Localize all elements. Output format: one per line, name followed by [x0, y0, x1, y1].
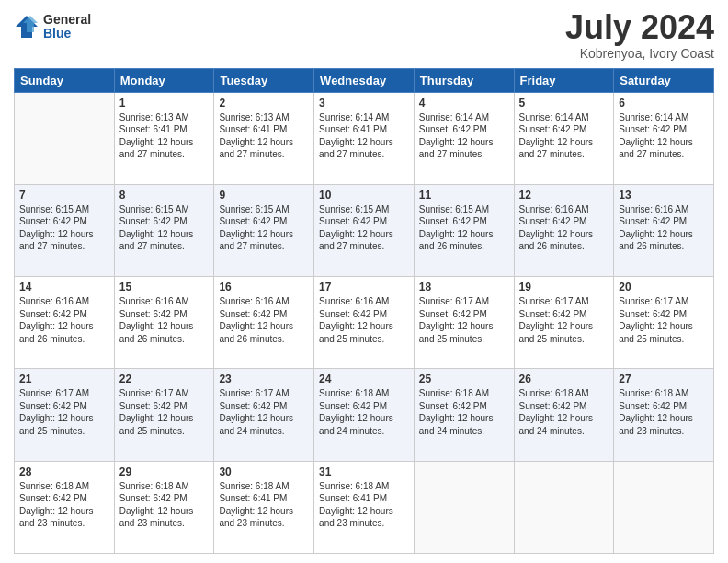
- table-row: 24Sunrise: 6:18 AM Sunset: 6:42 PM Dayli…: [314, 369, 415, 461]
- col-monday: Monday: [114, 68, 214, 92]
- day-number: 13: [619, 189, 709, 201]
- table-row: 3Sunrise: 6:14 AM Sunset: 6:41 PM Daylig…: [314, 92, 415, 184]
- cell-info: Sunrise: 6:15 AM Sunset: 6:42 PM Dayligh…: [419, 203, 509, 253]
- table-row: 16Sunrise: 6:16 AM Sunset: 6:42 PM Dayli…: [214, 277, 314, 369]
- day-number: 30: [219, 465, 309, 478]
- col-tuesday: Tuesday: [214, 68, 314, 92]
- table-row: 23Sunrise: 6:17 AM Sunset: 6:42 PM Dayli…: [214, 369, 314, 461]
- col-saturday: Saturday: [614, 68, 714, 92]
- table-row: 15Sunrise: 6:16 AM Sunset: 6:42 PM Dayli…: [114, 277, 214, 369]
- table-row: 8Sunrise: 6:15 AM Sunset: 6:42 PM Daylig…: [114, 184, 214, 276]
- day-number: 7: [19, 189, 109, 201]
- cell-info: Sunrise: 6:17 AM Sunset: 6:42 PM Dayligh…: [519, 295, 609, 345]
- table-row: 18Sunrise: 6:17 AM Sunset: 6:42 PM Dayli…: [414, 277, 514, 369]
- table-row: 1Sunrise: 6:13 AM Sunset: 6:41 PM Daylig…: [114, 92, 214, 184]
- day-number: 14: [19, 281, 109, 293]
- day-number: 28: [19, 465, 109, 478]
- calendar-week-row: 21Sunrise: 6:17 AM Sunset: 6:42 PM Dayli…: [15, 369, 714, 461]
- table-row: 9Sunrise: 6:15 AM Sunset: 6:42 PM Daylig…: [214, 184, 314, 276]
- day-number: 21: [19, 373, 109, 385]
- day-number: 6: [619, 97, 709, 109]
- cell-info: Sunrise: 6:17 AM Sunset: 6:42 PM Dayligh…: [119, 387, 210, 437]
- table-row: 2Sunrise: 6:13 AM Sunset: 6:41 PM Daylig…: [214, 92, 314, 184]
- cell-info: Sunrise: 6:18 AM Sunset: 6:42 PM Dayligh…: [319, 387, 409, 437]
- table-row: 17Sunrise: 6:16 AM Sunset: 6:42 PM Dayli…: [314, 277, 415, 369]
- table-row: 7Sunrise: 6:15 AM Sunset: 6:42 PM Daylig…: [15, 184, 115, 276]
- table-row: 29Sunrise: 6:18 AM Sunset: 6:42 PM Dayli…: [114, 461, 214, 553]
- day-number: 19: [519, 281, 609, 293]
- table-row: 30Sunrise: 6:18 AM Sunset: 6:41 PM Dayli…: [214, 461, 314, 553]
- location: Kobrenyoa, Ivory Coast: [565, 46, 714, 61]
- logo-icon: [14, 14, 40, 40]
- cell-info: Sunrise: 6:15 AM Sunset: 6:42 PM Dayligh…: [19, 203, 109, 253]
- day-number: 1: [119, 97, 210, 109]
- day-number: 25: [419, 373, 509, 385]
- table-row: 26Sunrise: 6:18 AM Sunset: 6:42 PM Dayli…: [514, 369, 614, 461]
- cell-info: Sunrise: 6:13 AM Sunset: 6:41 PM Dayligh…: [119, 111, 210, 161]
- day-number: 20: [619, 281, 709, 293]
- table-row: 31Sunrise: 6:18 AM Sunset: 6:41 PM Dayli…: [314, 461, 415, 553]
- cell-info: Sunrise: 6:16 AM Sunset: 6:42 PM Dayligh…: [219, 295, 309, 345]
- cell-info: Sunrise: 6:18 AM Sunset: 6:42 PM Dayligh…: [119, 480, 210, 530]
- day-number: 29: [119, 465, 210, 478]
- cell-info: Sunrise: 6:17 AM Sunset: 6:42 PM Dayligh…: [19, 387, 109, 437]
- table-row: 19Sunrise: 6:17 AM Sunset: 6:42 PM Dayli…: [514, 277, 614, 369]
- cell-info: Sunrise: 6:16 AM Sunset: 6:42 PM Dayligh…: [619, 203, 709, 253]
- cell-info: Sunrise: 6:18 AM Sunset: 6:42 PM Dayligh…: [619, 387, 709, 437]
- day-number: 8: [119, 189, 210, 201]
- calendar-header-row: Sunday Monday Tuesday Wednesday Thursday…: [15, 68, 714, 92]
- cell-info: Sunrise: 6:13 AM Sunset: 6:41 PM Dayligh…: [219, 111, 309, 161]
- day-number: 4: [419, 97, 509, 109]
- col-wednesday: Wednesday: [314, 68, 415, 92]
- table-row: 10Sunrise: 6:15 AM Sunset: 6:42 PM Dayli…: [314, 184, 415, 276]
- day-number: 15: [119, 281, 210, 293]
- cell-info: Sunrise: 6:14 AM Sunset: 6:42 PM Dayligh…: [619, 111, 709, 161]
- day-number: 2: [219, 97, 309, 109]
- table-row: 20Sunrise: 6:17 AM Sunset: 6:42 PM Dayli…: [614, 277, 714, 369]
- table-row: 11Sunrise: 6:15 AM Sunset: 6:42 PM Dayli…: [414, 184, 514, 276]
- table-row: [414, 461, 514, 553]
- day-number: 17: [319, 281, 409, 293]
- calendar-week-row: 1Sunrise: 6:13 AM Sunset: 6:41 PM Daylig…: [15, 92, 714, 184]
- day-number: 5: [519, 97, 609, 109]
- logo: General Blue: [14, 13, 91, 41]
- day-number: 24: [319, 373, 409, 385]
- calendar-week-row: 14Sunrise: 6:16 AM Sunset: 6:42 PM Dayli…: [15, 277, 714, 369]
- day-number: 12: [519, 189, 609, 201]
- cell-info: Sunrise: 6:14 AM Sunset: 6:41 PM Dayligh…: [319, 111, 409, 161]
- day-number: 11: [419, 189, 509, 201]
- page: General Blue July 2024 Kobrenyoa, Ivory …: [0, 0, 728, 563]
- table-row: 27Sunrise: 6:18 AM Sunset: 6:42 PM Dayli…: [614, 369, 714, 461]
- table-row: 4Sunrise: 6:14 AM Sunset: 6:42 PM Daylig…: [414, 92, 514, 184]
- cell-info: Sunrise: 6:18 AM Sunset: 6:41 PM Dayligh…: [219, 480, 309, 530]
- cell-info: Sunrise: 6:16 AM Sunset: 6:42 PM Dayligh…: [19, 295, 109, 345]
- table-row: 13Sunrise: 6:16 AM Sunset: 6:42 PM Dayli…: [614, 184, 714, 276]
- col-friday: Friday: [514, 68, 614, 92]
- table-row: 14Sunrise: 6:16 AM Sunset: 6:42 PM Dayli…: [15, 277, 115, 369]
- day-number: 18: [419, 281, 509, 293]
- table-row: [614, 461, 714, 553]
- logo-blue: Blue: [43, 27, 91, 40]
- table-row: 21Sunrise: 6:17 AM Sunset: 6:42 PM Dayli…: [15, 369, 115, 461]
- cell-info: Sunrise: 6:16 AM Sunset: 6:42 PM Dayligh…: [319, 295, 409, 345]
- cell-info: Sunrise: 6:18 AM Sunset: 6:42 PM Dayligh…: [419, 387, 509, 437]
- cell-info: Sunrise: 6:18 AM Sunset: 6:41 PM Dayligh…: [319, 480, 409, 530]
- logo-general: General: [43, 13, 91, 27]
- cell-info: Sunrise: 6:18 AM Sunset: 6:42 PM Dayligh…: [519, 387, 609, 437]
- day-number: 3: [319, 97, 409, 109]
- table-row: 22Sunrise: 6:17 AM Sunset: 6:42 PM Dayli…: [114, 369, 214, 461]
- day-number: 10: [319, 189, 409, 201]
- table-row: 28Sunrise: 6:18 AM Sunset: 6:42 PM Dayli…: [15, 461, 115, 553]
- table-row: 5Sunrise: 6:14 AM Sunset: 6:42 PM Daylig…: [514, 92, 614, 184]
- title-block: July 2024 Kobrenyoa, Ivory Coast: [565, 9, 714, 61]
- header: General Blue July 2024 Kobrenyoa, Ivory …: [14, 9, 714, 61]
- cell-info: Sunrise: 6:14 AM Sunset: 6:42 PM Dayligh…: [519, 111, 609, 161]
- cell-info: Sunrise: 6:16 AM Sunset: 6:42 PM Dayligh…: [119, 295, 210, 345]
- day-number: 27: [619, 373, 709, 385]
- cell-info: Sunrise: 6:15 AM Sunset: 6:42 PM Dayligh…: [319, 203, 409, 253]
- col-thursday: Thursday: [414, 68, 514, 92]
- cell-info: Sunrise: 6:18 AM Sunset: 6:42 PM Dayligh…: [19, 480, 109, 530]
- table-row: [514, 461, 614, 553]
- table-row: 6Sunrise: 6:14 AM Sunset: 6:42 PM Daylig…: [614, 92, 714, 184]
- cell-info: Sunrise: 6:15 AM Sunset: 6:42 PM Dayligh…: [119, 203, 210, 253]
